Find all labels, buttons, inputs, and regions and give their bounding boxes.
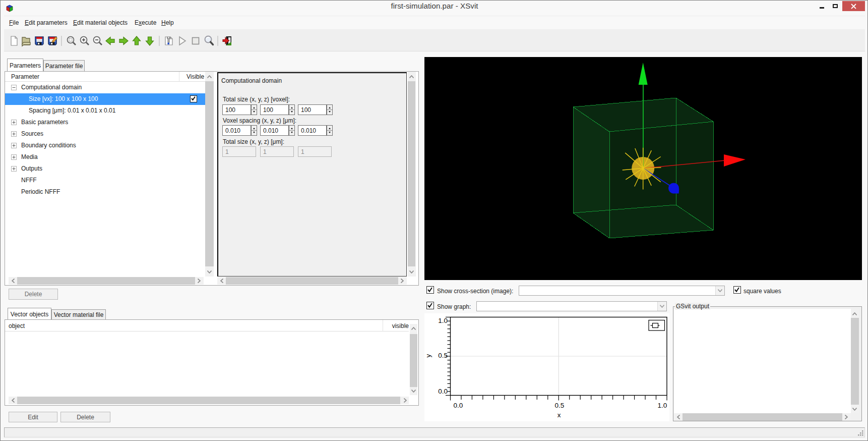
svg-text:x: x [557, 411, 561, 419]
svg-text:0.5: 0.5 [438, 352, 448, 359]
svg-text:0.5: 0.5 [555, 402, 565, 409]
svg-text:0.0: 0.0 [438, 388, 448, 395]
svg-text:0.0: 0.0 [454, 402, 463, 409]
svg-text:y: y [424, 354, 432, 357]
svg-text:1.0: 1.0 [438, 317, 448, 324]
svg-text:1.0: 1.0 [658, 402, 667, 409]
